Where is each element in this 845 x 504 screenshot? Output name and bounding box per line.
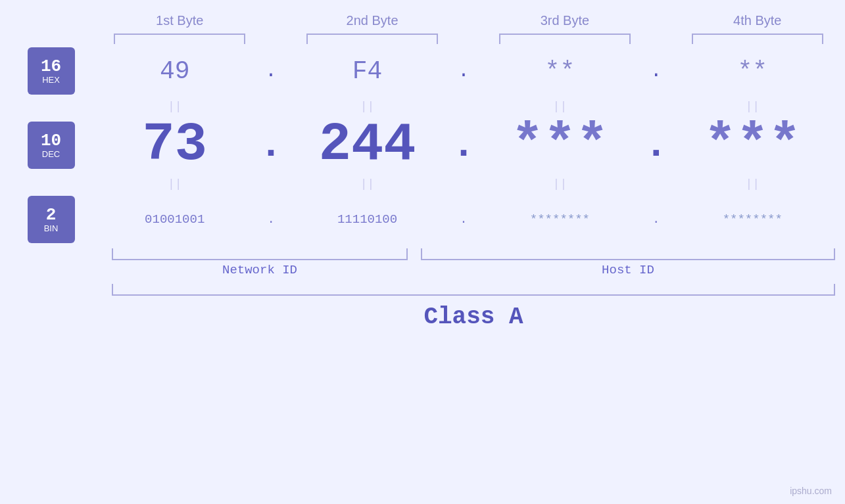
dec-badge-label: DEC (42, 149, 60, 159)
network-id-label: Network ID (112, 263, 408, 277)
bin-val-1: 01001001 (109, 212, 241, 227)
bin-badge-number: 2 (46, 206, 57, 223)
bin-dot-2: . (447, 212, 480, 227)
bracket-top-3 (499, 34, 631, 44)
hex-dot-1: . (254, 60, 287, 82)
host-id-label: Host ID (421, 263, 835, 277)
bracket-top-4 (692, 34, 823, 44)
byte-header-3: 3rd Byte (499, 13, 631, 28)
bin-val-4: ******** (687, 212, 818, 227)
eq1-2: || (302, 100, 433, 113)
hex-dot-2: . (447, 60, 480, 82)
byte-header-4: 4th Byte (692, 13, 823, 28)
bin-badge: 2 BIN (0, 196, 102, 243)
eq1-1: || (109, 100, 241, 113)
dec-val-1: 73 (109, 118, 241, 172)
bin-dot-1: . (254, 212, 287, 227)
dec-badge: 10 DEC (0, 122, 102, 169)
eq1-3: || (494, 100, 625, 113)
dec-val-2: 244 (302, 118, 433, 172)
eq2-1: || (109, 177, 241, 191)
byte-header-2: 2nd Byte (306, 13, 438, 28)
hex-badge: 16 HEX (0, 47, 102, 95)
class-bracket (112, 284, 835, 296)
eq2-3: || (494, 177, 625, 191)
hex-badge-number: 16 (41, 58, 61, 75)
bin-badge-label: BIN (44, 223, 59, 233)
bracket-top-1 (114, 34, 245, 44)
class-label: Class A (112, 304, 835, 331)
bin-val-3: ******** (494, 212, 625, 227)
dec-val-3: *** (494, 118, 625, 172)
dec-val-4: *** (687, 118, 818, 172)
hex-val-2: F4 (302, 57, 433, 85)
host-bracket (421, 248, 835, 260)
bin-dot-3: . (640, 212, 673, 227)
dec-dot-1: . (254, 123, 287, 168)
hex-val-1: 49 (109, 57, 241, 85)
watermark: ipshu.com (790, 486, 832, 496)
eq2-4: || (687, 177, 818, 191)
dec-dot-3: . (640, 123, 673, 168)
network-bracket (112, 248, 408, 260)
eq2-2: || (302, 177, 433, 191)
dec-dot-2: . (447, 123, 480, 168)
bracket-top-2 (306, 34, 438, 44)
hex-val-4: ** (687, 57, 818, 85)
eq1-4: || (687, 100, 818, 113)
bin-val-2: 11110100 (302, 212, 433, 227)
dec-badge-number: 10 (41, 132, 61, 149)
hex-badge-label: HEX (42, 75, 60, 85)
byte-header-1: 1st Byte (114, 13, 245, 28)
main-container: 1st Byte 2nd Byte 3rd Byte 4th Byte 16 H… (0, 0, 845, 504)
hex-val-3: ** (494, 57, 625, 85)
hex-dot-3: . (640, 60, 673, 82)
